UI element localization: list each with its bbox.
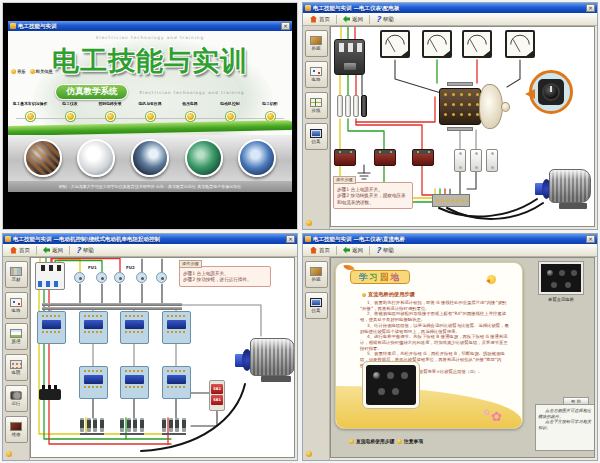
info-button[interactable]: 相关信息 [30,69,53,74]
close-icon[interactable]: × [586,235,595,243]
sidebar-button-circuit[interactable]: 电路 [305,61,328,88]
link-usage-steps[interactable]: 直流电桥使用步骤 [349,438,394,444]
sidebar-button-simulation[interactable]: 仿真 [305,292,328,319]
pushbutton-station: SB2 SB1 [209,380,225,411]
sidebar-button-repair[interactable]: 维修 [5,416,28,443]
menu-item-label: 照明电路安装 [92,101,129,106]
english-caption-top: Electrician technology and training [8,35,292,40]
help-label: 帮助 [383,16,394,23]
contactor [79,366,108,399]
photo-breaker[interactable] [131,139,169,177]
bridge-thumbnail[interactable] [539,262,583,294]
toolbar: 首页 返回 帮助 [303,13,597,26]
pushbutton-sb1[interactable]: SB1 [211,395,223,405]
menu-circle-button[interactable] [146,112,155,121]
sidebar-label: 仿真 [312,308,321,313]
fuse [96,272,107,283]
help-icon [376,247,381,254]
menu-circle-button[interactable] [226,112,235,121]
close-icon[interactable]: × [286,235,295,243]
repair-icon [10,422,22,431]
sidebar-button-equipment[interactable]: 器材 [5,261,28,288]
fuse-label: FU1 [88,265,97,270]
music-button[interactable]: 音乐 [11,69,26,74]
toolbar: 首页 返回 帮助 [3,244,297,257]
close-icon[interactable]: × [586,4,595,12]
sidebar-button-resistors[interactable]: 电阻 [5,354,28,381]
analog-meter-3 [462,30,492,58]
menu-circle-button[interactable] [66,112,75,121]
isolator-switch[interactable] [39,389,61,400]
link-label: 注意事项 [404,438,423,444]
photo-components[interactable] [238,139,276,177]
photo-wires[interactable] [24,139,62,177]
toolbar: 首页 返回 帮助 [303,244,597,257]
help-tab: 帮 助 [563,397,589,405]
menu-circle-button[interactable] [106,112,115,121]
resistor-bank [120,418,144,435]
switch-porcelain [479,84,503,129]
terminal-device [470,149,482,172]
photo-motor[interactable] [185,139,223,177]
meter-face [424,32,450,56]
menu-item-instruments[interactable]: 电工仪表 [50,101,90,125]
menu-item-basics[interactable]: 电工基本常识与操作 [10,101,50,125]
menu-circle-button[interactable] [26,112,35,121]
power-switch[interactable] [334,39,365,75]
photo-meter[interactable] [77,139,115,177]
contactor-coil [84,375,103,384]
help-button[interactable]: 帮助 [72,246,98,255]
sidebar: 外观 电路 接线 仿真 [303,26,330,229]
back-button[interactable]: 返回 [339,246,367,255]
content-title-row: 直流电桥的使用步骤 [362,291,415,298]
sidebar-button-run[interactable]: 运行 [5,385,28,412]
sidebar-button-circuit[interactable]: 电路 [5,292,28,319]
sidebar-button-principle[interactable]: 原理 [5,323,28,350]
menu-item-lighting[interactable]: 照明电路安装 [90,101,130,125]
sidebar-button-simulation[interactable]: 仿真 [305,123,328,150]
motor-base [559,203,587,209]
contactor [120,311,149,344]
fuse [74,272,85,283]
home-button[interactable]: 首页 [6,246,34,255]
learning-corner-badge: 学习园地 [350,270,410,284]
titlebar: 电工技能与实训 —电动机控制\绕线式电动机串电阻起动控制 × [3,234,297,244]
sidebar-button-appearance[interactable]: 外观 [305,261,328,288]
motor [235,336,295,384]
home-icon [310,247,317,254]
switch-knob[interactable] [501,102,510,112]
fuse [353,95,359,117]
menu-item-label: 低压电器 [172,101,209,106]
menu-item-motors-transformers[interactable]: 电机与变压器 [130,101,170,125]
contactor [79,311,108,344]
help-button[interactable]: 帮助 [372,246,398,255]
contactor-coil [125,320,144,329]
back-button[interactable]: 返回 [339,15,367,24]
analog-meter-4 [505,30,535,58]
back-button[interactable]: 返回 [39,246,67,255]
menu-circle-button[interactable] [186,112,195,121]
help-button[interactable]: 帮助 [372,15,398,24]
corner-ball-icon [306,451,312,457]
sidebar-label: 电路 [312,77,321,82]
sidebar-label: 器材 [12,277,21,282]
home-button[interactable]: 首页 [306,246,334,255]
fuse [156,272,167,283]
sidebar-label: 电阻 [12,370,21,375]
window-main-menu: 电工技能与实训 × Electrician technology and tra… [2,2,298,230]
help-box: 点击右侧图片可选择相应模块的器件。 点击下方按钮可学习相关知识。 [535,404,595,451]
close-icon[interactable]: × [281,22,290,30]
circuit-icon [10,298,22,307]
link-precautions[interactable]: 注意事项 [397,438,423,444]
rotary-knob-icon[interactable] [542,83,560,101]
pushbutton-sb2[interactable]: SB2 [211,384,223,394]
changeover-switch[interactable] [439,82,511,132]
app-icon [10,23,16,29]
sidebar-button-appearance[interactable]: 外观 [305,30,328,57]
analog-meter-2 [422,30,452,58]
home-button[interactable]: 首页 [306,15,334,24]
home-icon [310,16,317,23]
power-switch[interactable] [35,262,65,290]
sidebar-button-wiring[interactable]: 接线 [305,92,328,119]
fuse-label: FU2 [126,265,135,270]
